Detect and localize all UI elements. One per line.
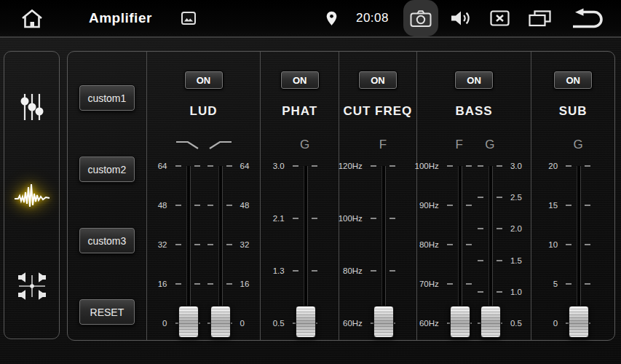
tick-label: 10 bbox=[540, 240, 558, 249]
sub-on-button[interactable]: ON bbox=[553, 71, 593, 90]
cut-freq-on-button[interactable]: ON bbox=[358, 71, 397, 90]
home-button[interactable] bbox=[17, 8, 47, 29]
tick-mark bbox=[585, 283, 590, 285]
channel-name: BASS bbox=[417, 104, 531, 119]
tick-label: 100Hz bbox=[336, 214, 363, 223]
custom2-button[interactable]: custom2 bbox=[79, 156, 135, 183]
channel-lud: ONLUD644832160644832160 bbox=[146, 52, 261, 340]
tick-mark bbox=[566, 244, 571, 245]
tick-mark bbox=[389, 270, 395, 272]
bass-slider-1: G3.02.52.01.51.00.5 bbox=[474, 135, 526, 341]
channel-bass: ONBASSF100Hz90Hz80Hz70Hz60HzG3.02.52.01.… bbox=[416, 52, 531, 340]
tick-label: 60Hz bbox=[336, 319, 363, 328]
sidebar-item-equalizer[interactable] bbox=[12, 90, 52, 124]
tick-label: 90Hz bbox=[413, 201, 439, 210]
tick-mark bbox=[194, 205, 200, 206]
tick-mark bbox=[585, 205, 590, 206]
close-app-button[interactable] bbox=[490, 10, 510, 26]
tick-label: 70Hz bbox=[413, 280, 439, 288]
lud-slider-0-knob[interactable] bbox=[178, 306, 199, 338]
tick-mark bbox=[389, 218, 395, 219]
tick-mark bbox=[478, 260, 483, 261]
tick-mark bbox=[466, 283, 472, 285]
back-icon bbox=[570, 8, 605, 29]
tick-label: 0 bbox=[150, 319, 167, 328]
custom1-button[interactable]: custom1 bbox=[79, 84, 135, 111]
tick-mark bbox=[478, 291, 483, 293]
channel-phat: ONPHATG3.02.11.30.5 bbox=[260, 52, 339, 340]
phat-slider-0: G3.02.11.30.5 bbox=[267, 135, 321, 341]
slider-header-label: G bbox=[562, 137, 594, 153]
lowpass-filter-icon bbox=[172, 137, 204, 153]
tick-mark bbox=[447, 205, 453, 206]
tick-mark bbox=[293, 218, 298, 219]
tick-mark bbox=[566, 165, 571, 167]
custom3-button[interactable]: custom3 bbox=[79, 227, 135, 254]
bass-slider-0-knob[interactable] bbox=[450, 306, 470, 338]
tick-mark bbox=[389, 165, 395, 167]
tick-mark bbox=[497, 291, 502, 293]
tick-mark bbox=[175, 244, 181, 245]
back-button[interactable] bbox=[570, 8, 605, 29]
tick-mark bbox=[293, 165, 298, 167]
tick-mark bbox=[207, 205, 213, 206]
bass-slider-1-knob[interactable] bbox=[480, 306, 501, 338]
volume-button[interactable] bbox=[450, 9, 471, 27]
tick-mark bbox=[585, 244, 590, 245]
tick-label: 0.5 bbox=[510, 319, 528, 328]
tick-mark bbox=[226, 283, 232, 285]
recent-apps-icon bbox=[529, 10, 551, 27]
tick-mark bbox=[207, 244, 213, 245]
lud-on-button[interactable]: ON bbox=[184, 71, 224, 90]
tick-mark bbox=[447, 244, 453, 245]
topbar-status-group: 20:08 bbox=[326, 0, 621, 36]
tick-mark bbox=[226, 244, 232, 245]
camera-button[interactable] bbox=[403, 0, 438, 36]
tick-mark bbox=[175, 165, 181, 167]
lud-slider-1: 644832160 bbox=[204, 135, 258, 341]
amplifier-panel: custom1 custom2 custom3 RESET ONLUD64483… bbox=[67, 51, 615, 341]
phat-slider-0-knob[interactable] bbox=[296, 306, 316, 338]
tick-mark bbox=[371, 270, 376, 272]
tick-label: 60Hz bbox=[413, 319, 439, 328]
tick-label: 15 bbox=[540, 201, 558, 210]
tick-mark bbox=[194, 283, 200, 285]
tick-label: 0 bbox=[540, 319, 558, 328]
tick-mark bbox=[226, 165, 232, 167]
sub-slider-0-knob[interactable] bbox=[569, 306, 589, 338]
cut-freq-slider-0-knob[interactable] bbox=[373, 306, 394, 338]
tick-label: 80Hz bbox=[413, 240, 439, 249]
waveform-icon bbox=[14, 181, 50, 212]
recent-apps-button[interactable] bbox=[529, 10, 551, 27]
sub-sliders: G20151050 bbox=[531, 135, 614, 340]
tick-mark bbox=[312, 270, 317, 272]
equalizer-sliders-icon bbox=[18, 92, 46, 122]
tick-label: 48 bbox=[150, 201, 167, 210]
tick-mark bbox=[478, 165, 483, 167]
tick-mark bbox=[207, 165, 213, 167]
slider-header-label: G bbox=[474, 137, 506, 153]
tick-mark bbox=[585, 165, 590, 167]
volume-icon bbox=[450, 9, 471, 27]
bass-on-button[interactable]: ON bbox=[454, 71, 494, 90]
phat-sliders: G3.02.11.30.5 bbox=[261, 135, 339, 340]
clock: 20:08 bbox=[356, 11, 389, 25]
sidebar-item-speaker-balance[interactable] bbox=[12, 269, 52, 304]
tick-mark bbox=[447, 165, 453, 167]
reset-button[interactable]: RESET bbox=[79, 298, 135, 325]
lud-slider-1-knob[interactable] bbox=[210, 306, 231, 338]
screenshot-button[interactable] bbox=[181, 12, 196, 25]
channel-name: CUT FREQ bbox=[339, 104, 416, 119]
tick-mark bbox=[466, 205, 472, 206]
presets-column: custom1 custom2 custom3 RESET bbox=[68, 52, 146, 340]
screenshot-icon bbox=[181, 12, 196, 25]
tick-mark bbox=[566, 283, 571, 285]
sidebar-item-sound-effects[interactable] bbox=[12, 179, 52, 214]
tick-mark bbox=[175, 283, 181, 285]
phat-on-button[interactable]: ON bbox=[280, 71, 320, 90]
tick-mark bbox=[497, 197, 502, 198]
tick-label: 32 bbox=[240, 240, 258, 249]
tick-mark bbox=[312, 218, 317, 219]
tick-label: 1.0 bbox=[510, 288, 528, 296]
tick-mark bbox=[207, 283, 213, 285]
